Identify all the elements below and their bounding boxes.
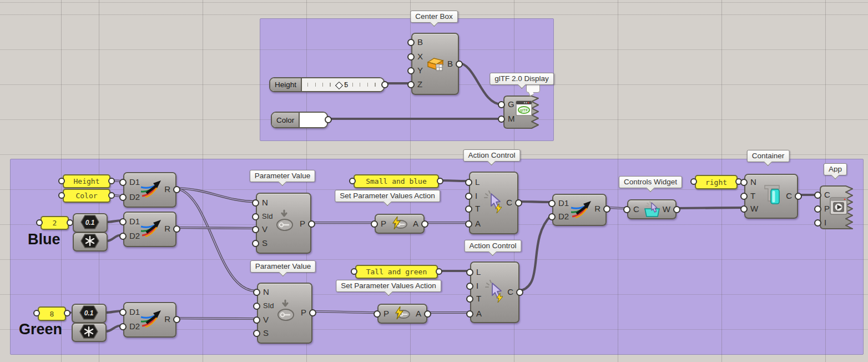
port-in-SId[interactable]: SId [262, 211, 273, 222]
spva-icon [390, 216, 409, 230]
spva-icon [393, 306, 412, 320]
component-merge-2[interactable]: D1 D2 R [123, 212, 176, 247]
component-container[interactable]: N T W C [744, 174, 798, 219]
port-out-C[interactable]: C [507, 286, 513, 298]
component-parameter-value-1[interactable]: N SId V S P [256, 193, 311, 254]
port-in-D2[interactable]: D2 [129, 192, 140, 203]
panel-8[interactable]: 8 [38, 306, 66, 321]
panel-2[interactable]: 2 [41, 216, 69, 230]
port-in-L[interactable]: L [475, 177, 480, 188]
tag-spva-1: Set Parameter Values Action [335, 190, 440, 202]
port-out-A[interactable]: A [416, 308, 421, 319]
component-merge-3[interactable]: D1 D2 R [552, 194, 607, 226]
panel-tall-and-green[interactable]: Tall and green [355, 265, 438, 279]
port-in-A[interactable]: A [475, 218, 481, 229]
slider-label: Height [270, 78, 302, 91]
port-in-P[interactable]: P [381, 218, 386, 229]
color-swatch[interactable]: Color [271, 112, 328, 128]
component-controls-widget[interactable]: C W [627, 199, 677, 219]
port-in-S[interactable]: S [262, 238, 268, 249]
port-in-I[interactable]: I [476, 280, 478, 291]
port-in-P[interactable]: P [383, 308, 389, 319]
component-spva-1[interactable]: P A [375, 214, 425, 234]
port-in-N[interactable]: N [262, 197, 268, 208]
port-out-R[interactable]: R [594, 203, 600, 214]
container-icon [763, 183, 783, 209]
port-out-A[interactable]: A [413, 218, 418, 229]
port-in-B[interactable]: B [417, 37, 423, 48]
height-slider[interactable]: Height 5 [269, 77, 385, 92]
port-in-Z[interactable]: Z [417, 79, 422, 90]
port-in-SId[interactable]: SId [263, 300, 274, 311]
port-out-P[interactable]: P [301, 307, 306, 318]
slider-track[interactable]: 5 [302, 78, 383, 91]
port-in-D1[interactable]: D1 [129, 216, 140, 227]
port-in-N[interactable]: N [263, 286, 269, 298]
component-parameter-value-2[interactable]: N SId V S P [257, 283, 312, 344]
port-out-P[interactable]: P [300, 218, 305, 229]
port-in-W[interactable]: W [750, 203, 758, 214]
port-in-D2[interactable]: D2 [129, 230, 140, 242]
port-out-W[interactable]: W [663, 204, 670, 215]
port-in-C[interactable]: C [633, 204, 639, 215]
component-action-control-2[interactable]: L I T A C [470, 262, 519, 323]
component-gltf-display[interactable]: glTF G M [503, 95, 542, 130]
port-in-N[interactable]: N [750, 177, 756, 188]
component-action-control-1[interactable]: L I T A C [469, 172, 518, 234]
tag-action-control-2: Action Control [465, 240, 522, 252]
panel-small-and-blue[interactable]: Small and blue [354, 174, 439, 188]
port-in-D1[interactable]: D1 [129, 177, 140, 188]
colour-icon [79, 324, 99, 339]
tag-controls-widget: Controls Widget [619, 176, 682, 188]
port-out-R[interactable]: R [164, 314, 170, 325]
tag-container: Container [747, 150, 790, 162]
component-merge-4[interactable]: D1 D2 R [123, 302, 176, 338]
port-in-V[interactable]: V [262, 224, 268, 235]
component-number-2[interactable]: 0.1 [72, 304, 107, 323]
port-in-P[interactable]: P [824, 203, 830, 214]
port-in-D2[interactable]: D2 [558, 211, 569, 222]
component-colour-2[interactable] [72, 323, 107, 342]
port-in-A[interactable]: A [476, 308, 482, 319]
port-in-V[interactable]: V [263, 314, 269, 325]
panel-right[interactable]: right [695, 175, 738, 189]
panel-color[interactable]: Color [63, 189, 110, 203]
port-in-D1[interactable]: D1 [129, 306, 140, 318]
panel-height[interactable]: Height [63, 174, 110, 188]
port-out-C[interactable]: C [506, 197, 512, 208]
port-in-T[interactable]: T [475, 203, 480, 214]
port-in-Y[interactable]: Y [417, 65, 423, 76]
slider-output-nub[interactable] [381, 81, 388, 88]
port-in-D1[interactable]: D1 [558, 198, 569, 209]
component-spva-2[interactable]: P A [377, 304, 427, 324]
component-center-box[interactable]: B X Y Z B [411, 33, 459, 95]
component-number-1[interactable]: 0.1 [73, 213, 108, 233]
swatch-well[interactable] [300, 113, 327, 127]
port-in-G[interactable]: G [508, 99, 514, 110]
tag-center-box: Center Box [410, 11, 458, 23]
port-in-T[interactable]: T [476, 293, 481, 304]
number-icon: 0.1 [80, 215, 100, 229]
port-in-L[interactable]: L [476, 267, 481, 278]
port-in-S[interactable]: S [263, 328, 269, 339]
component-colour-1[interactable] [73, 232, 108, 252]
number-icon: 0.1 [79, 305, 99, 320]
svg-text:0.1: 0.1 [85, 219, 95, 227]
port-in-C[interactable]: C [824, 189, 830, 200]
port-out-R[interactable]: R [164, 184, 170, 195]
slider-value: 5 [344, 81, 348, 89]
swatch-output-nub[interactable] [325, 116, 332, 123]
port-in-D2[interactable]: D2 [129, 321, 140, 332]
port-out-R[interactable]: R [164, 223, 170, 234]
scribble-blue: Blue [28, 231, 60, 248]
port-in-X[interactable]: X [417, 51, 423, 62]
tag-spva-2: Set Parameter Values Action [336, 280, 441, 292]
component-merge-1[interactable]: D1 D2 R [123, 172, 176, 208]
port-in-I[interactable]: I [824, 217, 826, 228]
port-in-T[interactable]: T [750, 190, 755, 202]
port-in-I[interactable]: I [475, 190, 477, 202]
port-out-B[interactable]: B [447, 58, 453, 69]
port-out-C[interactable]: C [786, 190, 792, 202]
component-app[interactable]: C P I [819, 185, 856, 230]
port-in-M[interactable]: M [508, 113, 515, 124]
